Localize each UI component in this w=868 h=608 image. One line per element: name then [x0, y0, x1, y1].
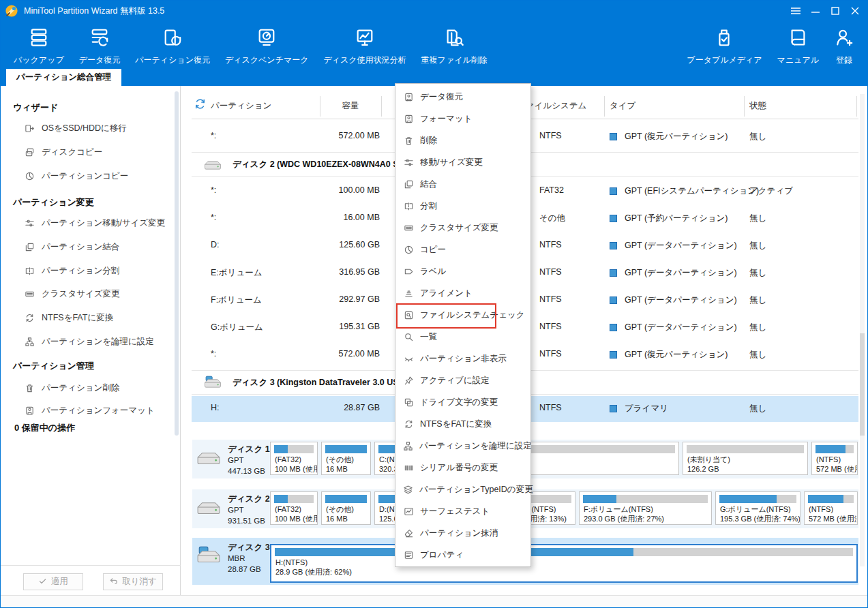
label-icon	[403, 267, 414, 277]
disk-map-block[interactable]: (FAT32) 100 MB (使用済: 31%)	[270, 491, 318, 525]
app-window: MiniTool Partition Wizard 無料版 13.5 バックアッ…	[0, 0, 868, 608]
disk-map-block[interactable]: (その他) 16 MB	[321, 442, 371, 475]
bootable-media-icon	[714, 27, 734, 50]
cluster-icon	[403, 223, 414, 233]
disk-map-block[interactable]: (未割り当て) 126.2 GB	[683, 442, 808, 475]
layers-icon	[403, 485, 413, 495]
merge-icon	[24, 242, 35, 252]
disk-map-block[interactable]: H:(NTFS) 28.9 GB (使用済: 62%)	[270, 544, 858, 583]
menu-item-merge[interactable]: 結合	[395, 173, 530, 195]
menu-item-format[interactable]: フォーマット	[395, 108, 530, 130]
sidebar-item-diskcopy[interactable]: ディスクコピー	[1, 145, 171, 159]
sidebar-item-trash[interactable]: パーティション削除	[1, 380, 171, 395]
letter-icon	[403, 397, 414, 408]
sidebar-item-format[interactable]: パーティションフォーマット	[1, 403, 171, 418]
menu-item-label[interactable]: ラベル	[395, 260, 530, 282]
align-icon	[403, 288, 414, 299]
menu-item-recover[interactable]: データ復元	[395, 86, 530, 108]
partition-type-swatch	[610, 215, 617, 222]
toolbar-bootable-media-button[interactable]: ブータブルメディア	[679, 25, 769, 66]
menu-item-split[interactable]: 分割	[395, 195, 530, 217]
partition-type-swatch	[610, 133, 617, 140]
sliders-icon	[24, 218, 35, 228]
sidebar-scrollbar[interactable]	[175, 91, 179, 436]
menu-item-hide[interactable]: パーティション非表示	[395, 348, 530, 369]
disk-map-block[interactable]: G:ボリューム(NTFS) 195.3 GB (使用済: 74%)	[715, 491, 800, 525]
sidebar-item-logical[interactable]: パーティションを論理に設定	[1, 334, 171, 349]
sidebar-item-migrate[interactable]: OSをSSD/HDDに移行	[1, 121, 171, 136]
apply-button[interactable]: 適用	[23, 573, 83, 590]
menu-item-convert[interactable]: NTFSをFATに変換	[395, 413, 530, 435]
toolbar-disk-benchmark-button[interactable]: ディスクベンチマーク	[218, 25, 316, 66]
table-scrollbar[interactable]	[860, 94, 865, 566]
partition-type-swatch	[610, 297, 617, 304]
partition-type-swatch	[610, 187, 617, 195]
menu-item-barcode[interactable]: シリアル番号の変更	[395, 457, 530, 478]
copy-icon	[24, 171, 35, 181]
context-menu: データ復元 フォーマット 削除 移動/サイズ変更 結合 分割 クラスタサイズ変更…	[395, 83, 531, 567]
disk-map-block[interactable]: F:ボリューム(NTFS) 293.0 GB (使用済: 27%)	[579, 491, 712, 525]
toolbar-register-button[interactable]: 登録	[826, 25, 862, 66]
props-icon	[403, 550, 414, 560]
partition-type-swatch	[610, 269, 617, 277]
window-controls	[785, 1, 865, 21]
window-menu-icon[interactable]	[785, 1, 805, 21]
tab-partition-management[interactable]: パーティション総合管理	[6, 69, 121, 86]
maximize-icon[interactable]	[825, 1, 845, 21]
menu-item-sliders[interactable]: 移動/サイズ変更	[395, 151, 530, 173]
sidebar-item-cluster[interactable]: クラスタサイズ変更	[1, 286, 171, 301]
refresh-icon[interactable]	[194, 98, 206, 112]
partition-type-swatch	[610, 324, 617, 331]
disk-map-block[interactable]: (FAT32) 100 MB (使用済: 31%)	[270, 442, 318, 475]
menu-item-props[interactable]: プロパティ	[395, 544, 530, 566]
menu-item-align[interactable]: アライメント	[395, 282, 530, 304]
surface-icon	[403, 506, 414, 517]
magnifier-icon	[403, 332, 414, 342]
status-bar	[1, 595, 867, 608]
menu-item-cluster[interactable]: クラスタサイズ変更	[395, 217, 530, 239]
split-icon	[24, 266, 35, 276]
col-header-partition: パーティション	[211, 100, 271, 112]
toolbar-backup-button[interactable]: バックアップ	[6, 25, 72, 66]
migrate-icon	[24, 123, 35, 134]
manual-icon	[788, 27, 808, 50]
toolbar-partition-recovery-button[interactable]: パーティション復元	[128, 25, 218, 66]
check-icon	[38, 577, 47, 588]
undo-arrow-icon	[109, 577, 118, 588]
toolbar-manual-button[interactable]: マニュアル	[770, 25, 826, 66]
toolbar-duplicate-finder-button[interactable]: 重複ファイル削除	[414, 25, 495, 66]
format-icon	[403, 114, 414, 124]
title-bar: MiniTool Partition Wizard 無料版 13.5	[1, 1, 867, 21]
sidebar-item-convert[interactable]: NTFSをFATに変換	[1, 310, 171, 325]
partition-type-swatch	[610, 351, 617, 359]
toolbar-left-group: バックアップ データ復元 パーティション復元 ディスクベンチマーク ディスク使用…	[6, 25, 495, 66]
disk-map-block[interactable]: (NTFS) 572 MB (使用済: 78%)	[811, 442, 858, 475]
menu-item-surface[interactable]: サーフェステスト	[395, 500, 530, 522]
disk-map-block[interactable]: (その他) 16 MB	[321, 491, 371, 525]
sidebar-section-header: パーティション変更	[1, 195, 171, 210]
undo-button[interactable]: 取り消す	[103, 573, 163, 590]
disk-map-block[interactable]: (NTFS) 572 MB (使用済: 78%)	[804, 491, 858, 525]
close-icon[interactable]	[845, 1, 865, 21]
menu-item-fscheck[interactable]: ファイルシステムチェック	[395, 304, 530, 326]
hide-icon	[403, 354, 414, 364]
sidebar-item-sliders[interactable]: パーティション移動/サイズ変更	[1, 215, 171, 230]
sidebar-item-merge[interactable]: パーティション結合	[1, 239, 171, 254]
menu-item-copy[interactable]: コピー	[395, 239, 530, 260]
menu-item-letter[interactable]: ドライブ文字の変更	[395, 391, 530, 413]
sidebar-item-copy[interactable]: パーティションコピー	[1, 168, 171, 183]
menu-item-layers[interactable]: パーティションTypeIDの変更	[395, 478, 530, 500]
menu-item-magnifier[interactable]: 一覧	[395, 326, 530, 348]
menu-item-pin[interactable]: アクティブに設定	[395, 369, 530, 391]
menu-item-logical[interactable]: パーティションを論理に設定	[395, 435, 530, 457]
minimize-icon[interactable]	[805, 1, 825, 21]
toolbar-data-recovery-button[interactable]: データ復元	[72, 25, 128, 66]
app-logo-icon	[5, 4, 18, 18]
sidebar-item-split[interactable]: パーティション分割	[1, 263, 171, 278]
toolbar-disk-usage-button[interactable]: ディスク使用状況分析	[316, 25, 413, 66]
backup-icon	[29, 27, 49, 50]
disk-benchmark-icon	[256, 27, 277, 50]
menu-item-eraser[interactable]: パーティション抹消	[395, 522, 530, 544]
format-icon	[24, 406, 35, 416]
menu-item-trash[interactable]: 削除	[395, 130, 530, 151]
